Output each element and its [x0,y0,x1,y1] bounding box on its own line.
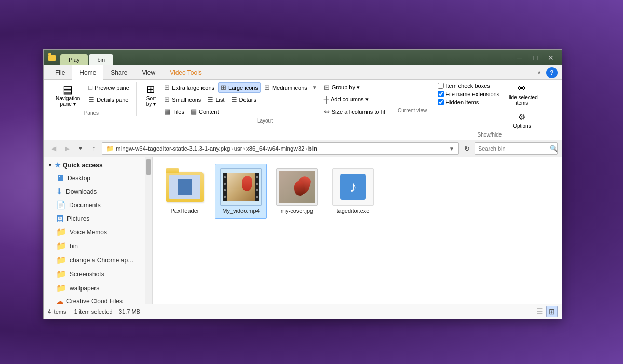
search-box: 🔍 [475,142,558,155]
hidden-items-input[interactable] [438,99,444,105]
file-name-extensions-checkbox[interactable]: File name extensions [437,90,500,98]
nav-pane-label: Navigation pane ▾ [56,96,80,107]
hidden-items-checkbox[interactable]: Hidden items [437,99,500,106]
star-icon: ★ [55,161,61,169]
film-hole [224,189,226,191]
content-button[interactable]: ▤ Content [188,106,222,117]
tab-bin[interactable]: bin [89,54,113,65]
sidebar-item-chrome-app[interactable]: 📁 change a Chrome app tile [44,253,152,267]
sidebar-item-screenshots[interactable]: 📁 Screenshots [44,267,152,281]
tiles-button[interactable]: ▦ Tiles [161,106,187,117]
desktop-folder-icon: 🖥 [56,173,64,183]
folder-inner [169,175,200,199]
search-input[interactable] [478,145,550,152]
film-hole [256,183,258,185]
video-leaf [242,176,252,191]
list-button[interactable]: ☰ List [205,94,227,105]
show-hide-checks: Item check boxes File name extensions Hi… [437,82,500,106]
img-content [279,171,315,203]
ribbon-tab-view[interactable]: View [134,65,162,79]
file-item-paxheader[interactable]: PaxHeader [159,164,211,219]
paxheader-folder-icon [166,172,204,202]
details-button[interactable]: ☰ Details [228,94,260,105]
sort-by-button[interactable]: ⊞ Sort by ▾ [142,82,160,109]
grid-view-button[interactable]: ⊞ [546,306,558,317]
file-item-video[interactable]: My_video.mp4 [215,164,267,219]
tab-play[interactable]: Play [60,54,88,65]
ribbon-tab-video-tools[interactable]: Video Tools [162,65,209,79]
file-explorer-window: Play bin ─ □ ✕ File Home Share View Vide… [43,49,562,319]
title-bar-left [48,53,56,62]
status-text: 4 items 1 item selected 31.7 MB [48,308,534,315]
path-segment-4[interactable]: bin [308,145,317,152]
details-list-icon: ☰ [231,96,237,103]
up-button[interactable]: ↑ [88,143,100,154]
layout-more-button[interactable]: ▼ [311,85,318,90]
film-hole [224,183,226,185]
extra-large-icons-button[interactable]: ⊞ Extra large icons [161,82,217,93]
video-name: My_video.mp4 [222,208,260,214]
film-hole [224,176,226,178]
item-check-boxes-checkbox[interactable]: Item check boxes [437,82,500,89]
ribbon-tab-share[interactable]: Share [103,65,134,79]
sort-label: Sort by ▾ [146,96,156,107]
window-icon [48,53,56,62]
path-segment-2[interactable]: usr [234,145,242,152]
sidebar-item-desktop[interactable]: 🖥 Desktop 📌 [44,171,152,185]
item-check-boxes-input[interactable] [438,83,444,89]
path-segment-3[interactable]: x86_64-w64-mingw32 [246,145,305,152]
pictures-folder-icon: 🖼 [56,214,64,223]
navigation-pane-button[interactable]: ▤ Navigation pane ▾ [51,82,85,109]
sidebar-item-creative-cloud[interactable]: ☁ Creative Cloud Files [44,295,152,304]
group-by-button[interactable]: ⊞ Group by ▾ [321,82,388,93]
file-name-ext-input[interactable] [438,91,444,97]
ribbon-tab-home[interactable]: Home [72,65,103,80]
sidebar-item-bin[interactable]: 📁 bin [44,239,152,253]
file-item-exe[interactable]: ♪ tageditor.exe [327,164,379,219]
ribbon-tab-file[interactable]: File [48,65,72,79]
exe-thumb-wrap: ♪ [332,168,374,206]
large-icons-button[interactable]: ⊞ Large icons [218,82,261,93]
path-dropdown-button[interactable]: ▼ [449,146,454,152]
sidebar-item-documents[interactable]: 📄 Documents 📌 [44,198,152,212]
close-button[interactable]: ✕ [544,52,558,63]
add-columns-button[interactable]: ┼ Add columns ▾ [321,94,388,105]
video-thumb-wrap [220,168,262,206]
sidebar-scroll-thumb[interactable] [146,159,151,175]
path-sep-2: › [243,146,245,152]
preview-pane-button[interactable]: □ Preview pane [86,82,132,93]
minimize-button[interactable]: ─ [513,52,526,63]
ribbon-tabs: File Home Share View Video Tools ∧ ? [44,65,562,80]
refresh-button[interactable]: ↻ [461,143,472,154]
sidebar-item-pictures[interactable]: 🖼 Pictures 📌 [44,212,152,225]
chevron-icon: ▼ [48,163,52,168]
back-button[interactable]: ◀ [48,143,59,154]
content-icon: ▤ [191,107,197,115]
small-icons-button[interactable]: ⊞ Small icons [161,94,204,105]
options-button[interactable]: ⚙ Options [502,110,543,131]
sidebar-item-wallpapers[interactable]: 📁 wallpapers [44,281,152,295]
help-button[interactable]: ? [546,67,558,78]
path-segment-1[interactable]: mingw-w64-tageditor-static-3.1.3-1-any.p… [116,145,230,152]
file-item-image[interactable]: my-cover.jpg [271,164,323,219]
list-view-button[interactable]: ☰ [534,306,545,317]
panes-content: ▤ Navigation pane ▾ □ Preview pane ☰ Det… [51,82,132,109]
details-pane-button[interactable]: ☰ Details pane [86,94,132,105]
sidebar-scrollbar[interactable] [145,157,152,304]
maximize-button[interactable]: □ [529,52,542,63]
quick-access-header[interactable]: ▼ ★ Quick access [44,158,152,171]
recent-locations-button[interactable]: ▼ [75,143,86,154]
path-sep-1: › [231,146,233,152]
sidebar-item-downloads[interactable]: ⬇ Downloads 📌 [44,185,152,198]
size-all-button[interactable]: ⇔ Size all columns to fit [321,106,388,117]
address-path[interactable]: 📁 mingw-w64-tageditor-static-3.1.3-1-any… [102,142,459,155]
sidebar-item-screenshots-label: Screenshots [70,271,104,278]
medium-icons-button[interactable]: ⊞ Medium icons [262,82,310,93]
forward-button[interactable]: ▶ [61,143,73,154]
ribbon-expand-button[interactable]: ∧ [535,70,543,75]
bin-folder-icon: 📁 [56,241,66,251]
hide-selected-button[interactable]: 👁 Hide selected items [502,82,543,108]
sidebar-item-voice-memos[interactable]: 📁 Voice Memos 📌 [44,225,152,239]
exe-thumb: ♪ [332,168,374,206]
list-icon: ☰ [207,96,213,103]
